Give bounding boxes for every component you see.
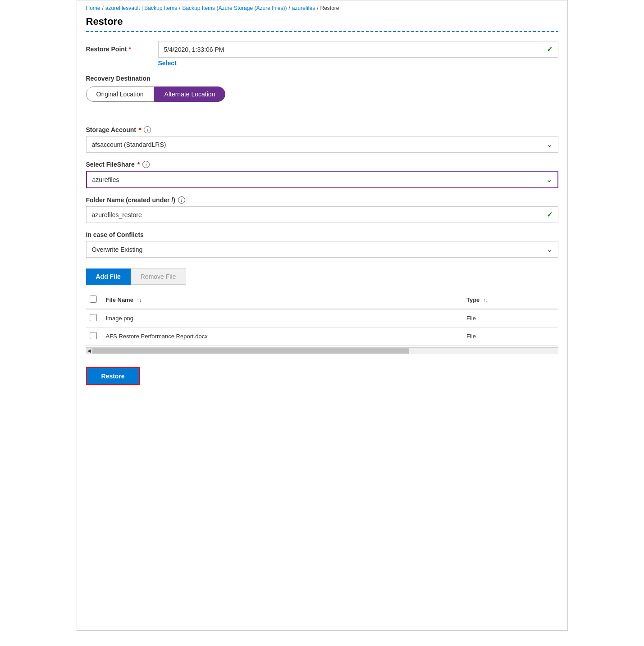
storage-account-section: Storage Account * i afsaccount (Standard…	[86, 126, 558, 153]
spacer	[86, 113, 558, 126]
scrollbar-thumb[interactable]	[92, 348, 409, 354]
conflicts-section: In case of Conflicts Overwrite Existing …	[86, 231, 558, 258]
file-table: File Name ↑↓ Type ↑↓ Image.png File	[86, 291, 558, 346]
bottom-bar: Restore	[86, 363, 558, 390]
storage-account-value: afsaccount (StandardLRS)	[92, 141, 166, 148]
fileshare-value: azurefiles	[92, 176, 119, 183]
select-all-header	[86, 291, 102, 309]
conflicts-value: Overwrite Existing	[92, 246, 143, 253]
fileshare-chevron-icon: ⌄	[546, 175, 552, 184]
row1-checkbox[interactable]	[90, 314, 97, 321]
folder-name-section: Folder Name (created under /) i ✓	[86, 196, 558, 223]
original-location-btn[interactable]: Original Location	[86, 86, 154, 102]
folder-name-info-icon[interactable]: i	[178, 196, 185, 204]
fileshare-section: Select FileShare * i azurefiles ⌄	[86, 161, 558, 188]
remove-file-button: Remove File	[131, 268, 187, 285]
table-header-row: File Name ↑↓ Type ↑↓	[86, 291, 558, 309]
row1-filename: Image.png	[102, 309, 463, 328]
breadcrumb-current: Restore	[320, 5, 339, 11]
table-row: AFS Restore Performance Report.docx File	[86, 328, 558, 346]
scroll-left-arrow[interactable]: ◀	[86, 348, 92, 354]
breadcrumb-vault[interactable]: azurefilesvault | Backup Items	[105, 5, 177, 11]
conflicts-label: In case of Conflicts	[86, 231, 558, 238]
fileshare-label: Select FileShare * i	[86, 161, 558, 168]
alternate-location-btn[interactable]: Alternate Location	[154, 86, 226, 102]
conflicts-dropdown[interactable]: Overwrite Existing ⌄	[86, 241, 558, 258]
page-title: Restore	[86, 16, 558, 27]
filename-sort-icon: ↑↓	[137, 297, 142, 303]
storage-account-chevron-icon: ⌄	[547, 140, 553, 149]
type-column-header[interactable]: Type ↑↓	[463, 291, 558, 309]
folder-name-label: Folder Name (created under /) i	[86, 196, 558, 204]
restore-point-section: Restore Point * 5/4/2020, 1:33:06 PM ✓ S…	[86, 41, 558, 67]
breadcrumb-home[interactable]: Home	[86, 5, 100, 11]
restore-point-value-box: 5/4/2020, 1:33:06 PM ✓	[158, 41, 558, 58]
location-toggle: Original Location Alternate Location	[86, 86, 558, 102]
select-link[interactable]: Select	[158, 59, 558, 67]
storage-account-dropdown[interactable]: afsaccount (StandardLRS) ⌄	[86, 136, 558, 153]
folder-name-check-icon: ✓	[547, 210, 553, 219]
breadcrumb-backup-items[interactable]: Backup Items (Azure Storage (Azure Files…	[182, 5, 287, 11]
row2-filename: AFS Restore Performance Report.docx	[102, 328, 463, 346]
row2-type: File	[463, 328, 558, 346]
add-file-button[interactable]: Add File	[86, 268, 131, 285]
restore-button[interactable]: Restore	[86, 367, 140, 385]
folder-name-input[interactable]	[92, 211, 547, 218]
files-section: Add File Remove File File Name ↑↓ Type ↑…	[86, 268, 558, 354]
recovery-destination-label: Recovery Destination	[86, 75, 558, 82]
file-buttons: Add File Remove File	[86, 268, 558, 285]
filename-column-header[interactable]: File Name ↑↓	[102, 291, 463, 309]
type-sort-icon: ↑↓	[483, 297, 488, 303]
breadcrumb: Home / azurefilesvault | Backup Items / …	[86, 5, 558, 11]
check-icon: ✓	[547, 45, 553, 54]
storage-account-info-icon[interactable]: i	[144, 126, 151, 133]
restore-point-value: 5/4/2020, 1:33:06 PM	[164, 46, 224, 53]
row1-type: File	[463, 309, 558, 328]
row2-checkbox[interactable]	[90, 332, 97, 339]
select-all-checkbox[interactable]	[90, 296, 97, 303]
required-star: *	[128, 45, 131, 53]
page-wrapper: Home / azurefilesvault | Backup Items / …	[77, 0, 568, 631]
row1-checkbox-cell	[86, 309, 102, 328]
breadcrumb-azurefiles[interactable]: azurefiles	[292, 5, 315, 11]
table-row: Image.png File	[86, 309, 558, 328]
row2-checkbox-cell	[86, 328, 102, 346]
top-divider	[86, 31, 558, 32]
restore-point-right: 5/4/2020, 1:33:06 PM ✓ Select	[158, 41, 558, 67]
restore-point-label: Restore Point *	[86, 41, 149, 53]
fileshare-dropdown[interactable]: azurefiles ⌄	[86, 171, 558, 188]
file-table-body: Image.png File AFS Restore Performance R…	[86, 309, 558, 346]
fileshare-info-icon[interactable]: i	[142, 161, 150, 168]
conflicts-chevron-icon: ⌄	[547, 245, 553, 254]
folder-name-input-box: ✓	[86, 206, 558, 223]
horizontal-scrollbar[interactable]: ◀	[86, 347, 558, 354]
storage-account-label: Storage Account * i	[86, 126, 558, 133]
recovery-destination-section: Recovery Destination Original Location A…	[86, 75, 558, 102]
